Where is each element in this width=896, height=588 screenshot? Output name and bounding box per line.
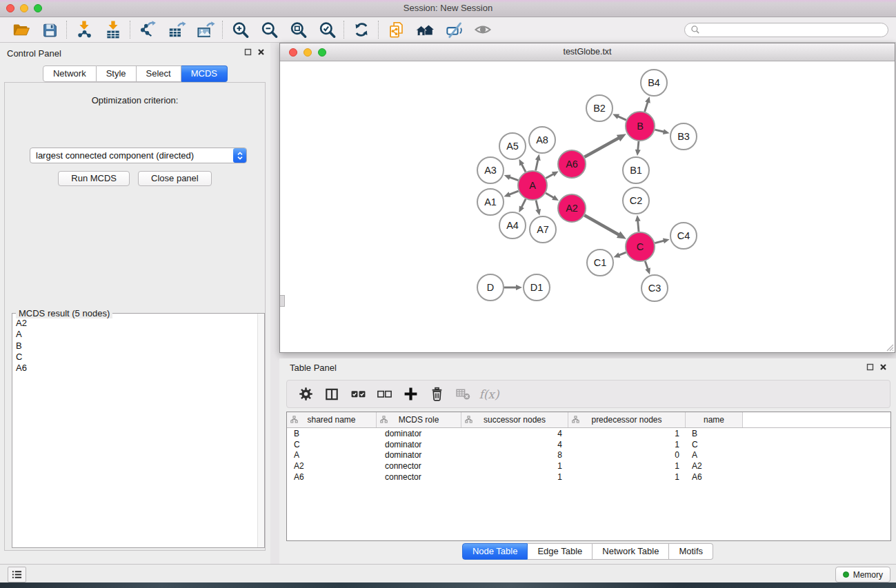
control-panel: Control Panel NetworkStyleSelectMCDS Opt…	[0, 43, 270, 564]
import-table-icon[interactable]	[99, 19, 128, 41]
edge-B-B3[interactable]	[655, 130, 664, 132]
label-visibility-icon[interactable]	[439, 19, 468, 41]
export-table-icon[interactable]	[162, 19, 191, 41]
close-panel-icon[interactable]	[257, 48, 265, 56]
export-network-icon[interactable]	[133, 19, 162, 41]
criterion-dropdown[interactable]: largest connected component (directed)	[30, 148, 247, 163]
edge-A6-B[interactable]	[584, 138, 619, 157]
edge-A-A1[interactable]	[509, 191, 519, 194]
column-header-filler	[743, 412, 890, 427]
network-window-titlebar[interactable]: testGlobe.txt	[280, 43, 895, 61]
tab-select[interactable]: Select	[137, 65, 181, 82]
column-header-shared-name[interactable]: shared name	[287, 412, 377, 427]
edge-A-A7[interactable]	[536, 200, 538, 210]
edge-C-C1[interactable]	[619, 252, 626, 255]
edge-B-B2[interactable]	[618, 116, 626, 120]
new-network-from-selection-icon[interactable]	[381, 19, 410, 41]
unselect-all-columns-icon[interactable]	[371, 383, 397, 405]
table-cell: 1	[568, 440, 686, 449]
table-row[interactable]: Bdominator41B	[287, 428, 890, 439]
table-row[interactable]: Adominator80A	[287, 449, 890, 460]
edge-A-A8[interactable]	[536, 159, 538, 170]
resize-grip-icon[interactable]	[884, 342, 894, 352]
edge-arrow-icon	[645, 97, 650, 103]
tab-motifs[interactable]: Motifs	[669, 543, 713, 560]
cybrowser-home-icon[interactable]	[410, 19, 439, 41]
tab-edge-table[interactable]: Edge Table	[528, 543, 593, 560]
close-table-panel-icon[interactable]	[879, 363, 887, 371]
table-header-row: shared nameMCDS rolesuccessor nodesprede…	[287, 412, 890, 428]
open-session-icon[interactable]	[6, 19, 35, 41]
node-label-C3: C3	[648, 283, 661, 294]
search-input[interactable]	[704, 24, 882, 35]
node-label-A6: A6	[566, 159, 578, 170]
edge-A2-C[interactable]	[584, 215, 619, 234]
tab-network-table[interactable]: Network Table	[593, 543, 669, 560]
node-label-A8: A8	[536, 134, 548, 145]
zoom-out-icon[interactable]	[255, 19, 283, 41]
edge-A-A3[interactable]	[509, 177, 518, 181]
column-header-successor-nodes[interactable]: successor nodes	[461, 412, 568, 427]
result-scrollbar[interactable]	[257, 314, 264, 547]
tab-style[interactable]: Style	[97, 65, 137, 82]
node-label-B3: B3	[677, 131, 690, 142]
edge-A-A5[interactable]	[521, 164, 526, 172]
table-cell: C	[287, 440, 377, 449]
memory-button[interactable]: Memory	[835, 567, 890, 582]
show-task-history-button[interactable]	[8, 567, 26, 582]
network-window: testGlobe.txt AA1A3A5A8A4A7A6A2BB2B4B3B1…	[279, 43, 895, 353]
tab-network[interactable]: Network	[43, 65, 97, 82]
edge-A-A2[interactable]	[546, 193, 554, 198]
tab-node-table[interactable]: Node Table	[462, 543, 528, 560]
table-row[interactable]: A6connector11A6	[287, 472, 890, 483]
node-label-B2: B2	[593, 103, 606, 114]
delete-column-icon[interactable]	[424, 383, 450, 405]
run-mcds-button[interactable]: Run MCDS	[58, 171, 130, 186]
export-image-icon[interactable]	[191, 19, 220, 41]
column-visibility-icon[interactable]	[319, 383, 345, 405]
edge-C-C2[interactable]	[638, 221, 639, 232]
birdseye-handle[interactable]	[280, 295, 285, 307]
table-cell: A6	[686, 472, 743, 482]
zoom-in-icon[interactable]	[226, 19, 255, 41]
edge-B-B1[interactable]	[638, 141, 639, 150]
float-table-panel-icon[interactable]	[866, 363, 874, 371]
column-header-predecessor-nodes[interactable]: predecessor nodes	[568, 412, 686, 427]
table-cell: 1	[461, 472, 568, 482]
zoom-selected-icon[interactable]	[312, 19, 341, 41]
edge-B-B4[interactable]	[645, 102, 648, 112]
search-field[interactable]	[684, 23, 888, 37]
window-title: Session: New Session	[0, 3, 896, 13]
edge-A-A6[interactable]	[546, 174, 553, 178]
close-panel-button[interactable]: Close panel	[138, 171, 212, 186]
save-session-icon[interactable]	[35, 19, 64, 41]
table-cell: A6	[287, 472, 377, 482]
add-column-icon[interactable]	[397, 383, 424, 405]
network-view[interactable]: AA1A3A5A8A4A7A6A2BB2B4B3B1CC2C4C1C3DD1	[280, 61, 895, 352]
zoom-fit-icon[interactable]	[283, 19, 312, 41]
table-cell: dominator	[377, 429, 461, 438]
column-header-MCDS-role[interactable]: MCDS role	[377, 412, 461, 427]
column-header-name[interactable]: name	[686, 412, 743, 427]
table-cell: A2	[287, 461, 377, 471]
table-row[interactable]: A2connector11A2	[287, 460, 890, 472]
table-row[interactable]: Cdominator41C	[287, 439, 890, 450]
refresh-view-icon[interactable]	[347, 19, 376, 41]
edge-C-C4[interactable]	[655, 241, 664, 243]
mcds-result-title: MCDS result (5 nodes)	[16, 308, 112, 318]
edge-C-C3[interactable]	[645, 261, 648, 270]
edge-arrow-icon	[635, 150, 641, 156]
delete-table-icon[interactable]	[450, 383, 476, 405]
select-all-columns-icon[interactable]	[345, 383, 371, 405]
float-panel-icon[interactable]	[244, 48, 252, 56]
function-builder-icon[interactable]: f(x)	[476, 383, 502, 405]
tab-mcds[interactable]: MCDS	[181, 65, 228, 82]
import-network-icon[interactable]	[70, 19, 99, 41]
settings-gear-icon[interactable]	[292, 383, 319, 405]
toolbar-separator	[130, 21, 131, 39]
network-graph[interactable]: AA1A3A5A8A4A7A6A2BB2B4B3B1CC2C4C1C3DD1	[280, 61, 895, 352]
show-hide-eye-icon[interactable]	[468, 19, 497, 41]
search-icon	[690, 25, 700, 34]
edge-A-A4[interactable]	[521, 199, 526, 207]
table-cell: 4	[461, 429, 568, 438]
